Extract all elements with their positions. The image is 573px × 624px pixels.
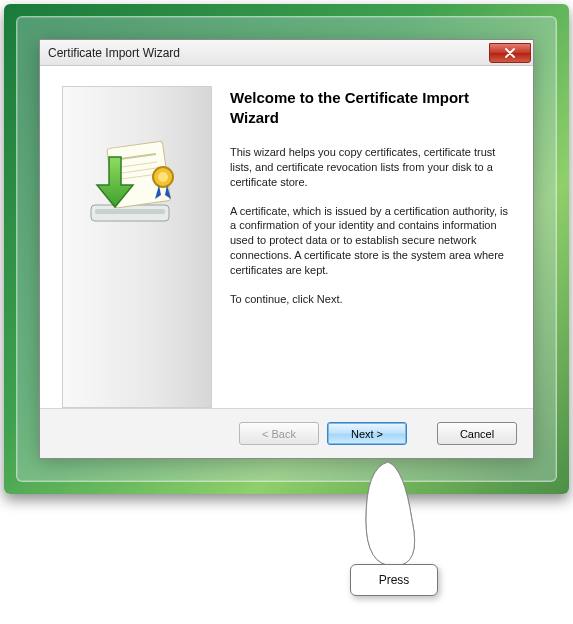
wizard-main-text: Welcome to the Certificate Import Wizard… [230,86,511,408]
titlebar[interactable]: Certificate Import Wizard [40,40,533,66]
cancel-button[interactable]: Cancel [437,422,517,445]
annotation-label: Press [350,564,438,596]
svg-rect-1 [95,209,165,214]
svg-point-8 [158,172,168,182]
next-button[interactable]: Next > [327,422,407,445]
wizard-paragraph-2: A certificate, which is issued by a cert… [230,204,511,278]
desktop-background: Certificate Import Wizard [4,4,569,494]
close-button[interactable] [489,43,531,63]
wizard-heading: Welcome to the Certificate Import Wizard [230,88,511,127]
back-button: < Back [239,422,319,445]
certificate-icon [81,127,191,237]
dialog-content: Welcome to the Certificate Import Wizard… [40,66,533,408]
wizard-paragraph-3: To continue, click Next. [230,292,511,307]
wizard-paragraph-1: This wizard helps you copy certificates,… [230,145,511,190]
dialog-footer: < Back Next > Cancel [40,408,533,458]
wizard-side-panel [62,86,212,408]
wizard-dialog: Certificate Import Wizard [39,39,534,459]
window-title: Certificate Import Wizard [48,46,180,60]
window-frame: Certificate Import Wizard [16,16,557,482]
close-icon [505,48,515,58]
